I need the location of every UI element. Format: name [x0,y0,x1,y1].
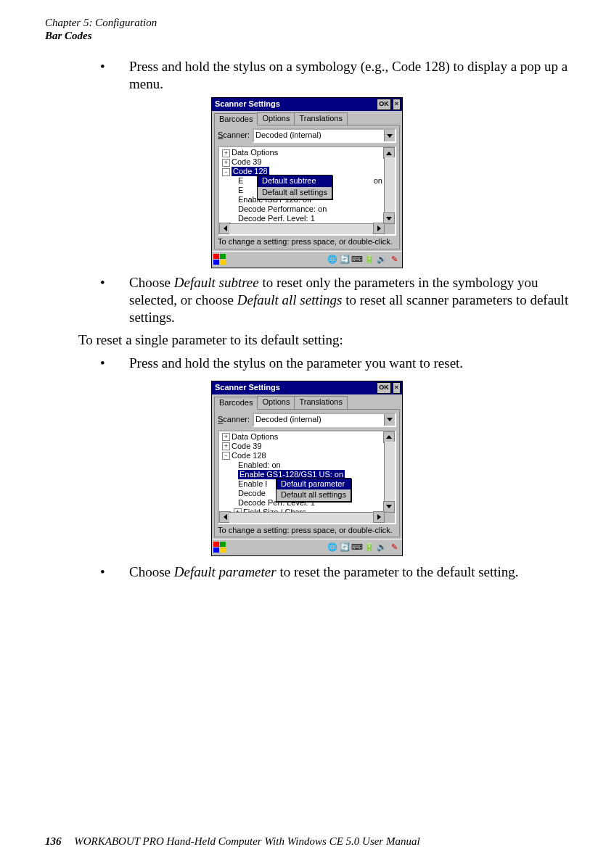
vertical-scrollbar[interactable] [384,157,395,214]
menu-default-all[interactable]: Default all settings [258,187,332,199]
ok-button[interactable]: OK [377,382,391,394]
tab-translations[interactable]: Translations [294,112,348,125]
bullet-marker: • [78,355,129,372]
bullet-item: • Choose Default parameter to reset the … [78,563,572,581]
scanner-label: Scanner: [218,415,250,425]
tree-node: -Code 128 [221,451,384,460]
scanner-label: Scanner: [218,131,250,141]
tree-leaf[interactable]: Decode Perf. Level: 1 [221,214,384,223]
hint-text: To change a setting: press space, or dou… [218,524,396,536]
battery-icon[interactable]: 🔋 [364,255,374,265]
ok-button[interactable]: OK [377,99,391,110]
volume-icon[interactable]: 🔊 [377,542,387,553]
header-chapter: Chapter 5: Configuration [45,16,157,29]
pen-icon[interactable]: ✎ [389,542,399,553]
scanner-combo[interactable]: Decoded (internal) [253,128,396,143]
collapse-icon[interactable]: - [222,452,230,460]
dialog-panel: Scanner: Decoded (internal) +Data Option… [214,125,400,249]
scanner-value: Decoded (internal) [254,130,384,141]
scroll-corner [385,224,395,234]
context-menu: Default subtree Default all settings [257,175,332,199]
bullet-item: • Press and hold the stylus on the param… [78,355,572,372]
tree-leaf[interactable]: Decode Performance: on [221,204,384,214]
menu-default-all[interactable]: Default all settings [277,489,351,501]
tab-strip: Barcodes Options Translations [214,396,400,409]
bullet-text: Choose Default parameter to reset the pa… [129,563,572,581]
scanner-settings-dialog: Scanner Settings OK × Barcodes Options T… [211,381,403,557]
window-title: Scanner Settings [213,99,375,109]
bullet-marker: • [78,563,129,581]
horizontal-scrollbar[interactable] [229,223,374,234]
page-footer: 136 WORKABOUT PRO Hand-Held Computer Wit… [45,835,420,848]
tree-view[interactable]: +Data Options +Code 39 -Code 128 Enabled… [218,430,396,524]
taskbar: 🌐 🔄 ⌨ 🔋 🔊 ✎ [212,539,402,555]
start-icon[interactable] [213,254,226,265]
collapse-icon[interactable]: - [222,168,230,176]
bullet-text: Press and hold the stylus on the paramet… [129,355,572,372]
system-tray: 🌐 🔄 ⌨ 🔋 🔊 ✎ [327,542,399,553]
bullet-marker: • [78,58,129,93]
title-bar: Scanner Settings OK × [212,98,402,111]
pen-icon[interactable]: ✎ [389,255,399,265]
expand-icon[interactable]: + [222,442,230,450]
combo-arrow-icon[interactable] [384,130,395,141]
scanner-settings-dialog: Scanner Settings OK × Barcodes Options T… [211,97,403,269]
sync-icon[interactable]: 🔄 [340,255,350,265]
page-header: Chapter 5: Configuration Bar Codes [45,16,157,42]
taskbar: 🌐 🔄 ⌨ 🔋 🔊 ✎ [212,251,402,268]
menu-default-subtree[interactable]: Default subtree [258,175,332,187]
bullet-marker: • [78,274,129,326]
start-icon[interactable] [213,542,226,553]
expand-icon[interactable]: + [222,149,230,157]
close-button[interactable]: × [393,382,401,394]
expand-icon[interactable]: + [222,159,230,167]
keyboard-icon[interactable]: ⌨ [352,255,362,265]
horizontal-scrollbar[interactable] [229,512,374,523]
bullet-text: Press and hold the stylus on a symbology… [129,58,572,93]
hint-text: To change a setting: press space, or dou… [218,236,396,247]
header-section: Bar Codes [45,29,157,42]
scanner-combo[interactable]: Decoded (internal) [253,413,396,427]
tree-node: +Code 39 [221,442,384,451]
context-menu: Default parameter Default all settings [276,478,351,503]
tree-leaf[interactable]: Enabled: on [221,460,384,470]
system-tray: 🌐 🔄 ⌨ 🔋 🔊 ✎ [327,255,399,265]
scanner-value: Decoded (internal) [254,414,384,426]
bullet-text: Choose Default subtree to reset only the… [129,274,572,326]
tree-node: +Code 39 [221,157,384,167]
scanner-row: Scanner: Decoded (internal) [218,128,396,143]
tab-options[interactable]: Options [257,112,295,125]
window-title: Scanner Settings [213,383,375,393]
tab-barcodes[interactable]: Barcodes [214,397,258,410]
scroll-right-icon[interactable] [373,223,385,234]
title-bar: Scanner Settings OK × [212,381,402,394]
volume-icon[interactable]: 🔊 [377,255,387,265]
scroll-corner [385,513,395,523]
menu-default-parameter[interactable]: Default parameter [277,479,351,490]
scroll-down-icon[interactable] [383,501,395,513]
battery-icon[interactable]: 🔋 [364,542,374,553]
combo-arrow-icon[interactable] [384,414,395,426]
page-number: 136 [45,835,62,847]
sync-icon[interactable]: 🔄 [340,542,350,553]
keyboard-icon[interactable]: ⌨ [352,542,362,553]
tree-node: +Data Options [221,148,384,157]
network-icon[interactable]: 🌐 [327,255,337,265]
close-button[interactable]: × [393,99,401,110]
expand-icon[interactable]: + [222,433,230,441]
tab-translations[interactable]: Translations [294,396,348,409]
network-icon[interactable]: 🌐 [327,542,337,553]
tree-view[interactable]: +Data Options +Code 39 -Code 128 E on E … [218,146,396,236]
vertical-scrollbar[interactable] [384,442,395,503]
bullet-item: • Choose Default subtree to reset only t… [78,274,572,326]
bullet-item: • Press and hold the stylus on a symbolo… [78,58,572,93]
page-content: • Press and hold the stylus on a symbolo… [78,52,572,581]
tab-options[interactable]: Options [257,396,295,409]
scroll-right-icon[interactable] [373,511,385,523]
tree-node: +Data Options [221,432,384,442]
scroll-down-icon[interactable] [383,212,395,224]
scanner-row: Scanner: Decoded (internal) [218,413,396,427]
screenshot-2: Scanner Settings OK × Barcodes Options T… [42,381,572,557]
tab-barcodes[interactable]: Barcodes [214,113,258,126]
screenshot-1: Scanner Settings OK × Barcodes Options T… [42,97,572,269]
